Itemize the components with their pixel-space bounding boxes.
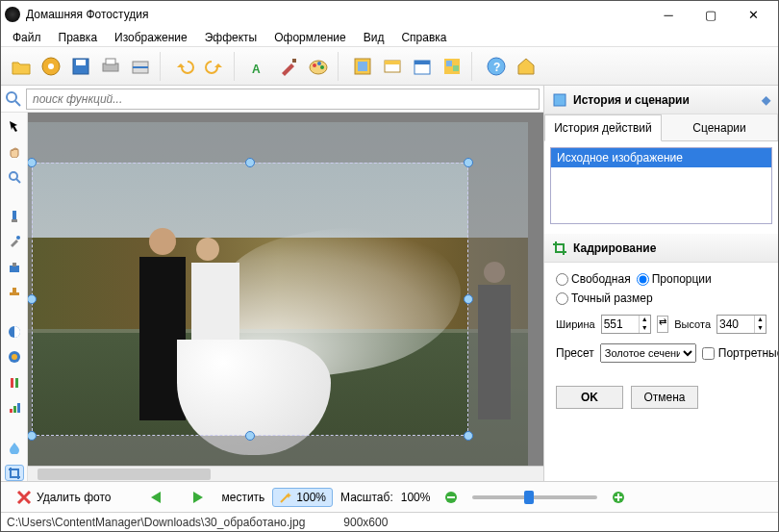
- svg-rect-35: [10, 409, 13, 413]
- radio-proportions[interactable]: Пропорции: [637, 272, 712, 286]
- tab-history[interactable]: История действий: [544, 114, 662, 141]
- palette-icon[interactable]: [304, 52, 333, 81]
- minimize-button[interactable]: ─: [647, 1, 690, 28]
- close-button[interactable]: ✕: [732, 1, 774, 28]
- redo-icon[interactable]: [200, 52, 229, 81]
- crop-panel-title: Кадрирование: [573, 241, 656, 255]
- prev-button[interactable]: [140, 487, 173, 508]
- status-path: C:\Users\ContentManager\Downloads\30_обр…: [7, 516, 305, 529]
- cancel-button[interactable]: Отмена: [631, 386, 698, 409]
- scan-icon[interactable]: [126, 52, 155, 81]
- card-icon[interactable]: [378, 52, 407, 81]
- svg-point-27: [16, 236, 20, 240]
- brush-icon[interactable]: [274, 52, 303, 81]
- crop-handle-ne[interactable]: [464, 158, 473, 167]
- portrait-checkbox[interactable]: Портретные: [702, 346, 779, 360]
- app-title: Домашняя Фотостудия: [26, 8, 647, 21]
- levels-tool-icon[interactable]: [5, 400, 24, 416]
- svg-rect-43: [617, 494, 619, 501]
- eyedropper-tool-icon[interactable]: [5, 234, 24, 249]
- home-icon[interactable]: [512, 52, 540, 81]
- text-icon[interactable]: A: [244, 52, 273, 81]
- contrast-tool-icon[interactable]: [5, 324, 24, 340]
- svg-rect-20: [446, 61, 452, 66]
- swap-dims-button[interactable]: ⇄: [657, 316, 669, 333]
- svg-rect-29: [13, 263, 16, 266]
- hand-tool-icon[interactable]: [5, 143, 24, 159]
- crop-handle-se[interactable]: [464, 431, 473, 441]
- crop-handle-s[interactable]: [245, 431, 255, 441]
- svg-rect-14: [358, 62, 367, 71]
- save-icon[interactable]: [66, 52, 95, 81]
- maximize-button[interactable]: ▢: [690, 1, 732, 28]
- menubar: Файл Правка Изображение Эффекты Оформлен…: [1, 28, 778, 47]
- undo-icon[interactable]: [170, 52, 199, 81]
- tool-palette: [1, 113, 28, 481]
- width-input[interactable]: ▲▼: [601, 315, 651, 334]
- move-label: местить: [221, 491, 264, 504]
- open-icon[interactable]: [7, 52, 36, 81]
- print-icon[interactable]: [96, 52, 125, 81]
- catalog-icon[interactable]: [37, 52, 65, 81]
- color-balance-tool-icon[interactable]: [5, 374, 24, 390]
- search-icon[interactable]: [1, 90, 26, 108]
- svg-rect-37: [17, 403, 20, 413]
- menu-edit[interactable]: Правка: [51, 29, 106, 46]
- svg-rect-5: [106, 59, 115, 64]
- tab-scenarios[interactable]: Сценарии: [662, 114, 778, 140]
- crop-rectangle[interactable]: [32, 163, 468, 436]
- brush-tool-icon[interactable]: [5, 209, 24, 224]
- stamp-tool-icon[interactable]: [5, 285, 24, 300]
- bottom-toolbar: Удалить фото местить 100% Масштаб: 100%: [1, 481, 778, 512]
- crop-panel-header: Кадрирование: [544, 234, 778, 263]
- radio-exact[interactable]: Точный размер: [556, 291, 653, 305]
- radio-free[interactable]: Свободная: [556, 272, 631, 286]
- saturation-tool-icon[interactable]: [5, 349, 24, 365]
- canvas-hscroll[interactable]: [28, 466, 543, 481]
- menu-file[interactable]: Файл: [5, 29, 49, 46]
- menu-effects[interactable]: Эффекты: [197, 29, 265, 46]
- svg-point-1: [48, 63, 54, 69]
- zoom-tool-icon[interactable]: [5, 169, 24, 185]
- preset-select[interactable]: Золотое сечение: [600, 343, 696, 363]
- search-bar: [1, 86, 543, 113]
- status-dims: 900x600: [343, 516, 388, 529]
- delete-photo-button[interactable]: Удалить фото: [9, 486, 117, 509]
- fit-zoom-button[interactable]: 100%: [272, 488, 333, 507]
- height-input[interactable]: ▲▼: [716, 315, 766, 334]
- history-item[interactable]: Исходное изображение: [551, 148, 771, 167]
- blur-tool-icon[interactable]: [5, 440, 24, 455]
- svg-text:?: ?: [493, 61, 500, 74]
- zoom-out-button[interactable]: [438, 488, 465, 507]
- frame-icon[interactable]: [348, 52, 377, 81]
- zoom-in-button[interactable]: [605, 488, 632, 507]
- menu-help[interactable]: Справка: [393, 29, 454, 46]
- svg-text:A: A: [252, 63, 261, 76]
- clone-tool-icon[interactable]: [5, 259, 24, 274]
- delete-icon: [15, 489, 33, 506]
- svg-rect-36: [13, 406, 16, 413]
- pointer-tool-icon[interactable]: [5, 118, 24, 134]
- ok-button[interactable]: OK: [556, 386, 623, 409]
- crop-handle-n[interactable]: [245, 158, 255, 167]
- app-icon: [5, 7, 20, 22]
- menu-view[interactable]: Вид: [356, 29, 392, 46]
- calendar-icon[interactable]: [408, 52, 437, 81]
- crop-tool-icon[interactable]: [5, 465, 24, 481]
- menu-image[interactable]: Изображение: [107, 29, 195, 46]
- collage-icon[interactable]: [438, 52, 466, 81]
- pin-icon[interactable]: ◆: [762, 93, 770, 107]
- next-button[interactable]: [181, 487, 214, 508]
- status-bar: C:\Users\ContentManager\Downloads\30_обр…: [1, 512, 778, 531]
- svg-rect-40: [447, 496, 455, 498]
- help-icon[interactable]: ?: [482, 52, 511, 81]
- canvas[interactable]: [28, 113, 543, 466]
- history-list[interactable]: Исходное изображение: [550, 147, 772, 224]
- svg-rect-16: [385, 61, 400, 64]
- zoom-slider[interactable]: [472, 495, 597, 499]
- search-input[interactable]: [26, 89, 540, 110]
- right-panel: История и сценарии ◆ История действий Сц…: [543, 86, 778, 481]
- menu-design[interactable]: Оформление: [266, 29, 353, 46]
- crop-handle-e[interactable]: [464, 294, 473, 304]
- svg-point-25: [10, 172, 17, 180]
